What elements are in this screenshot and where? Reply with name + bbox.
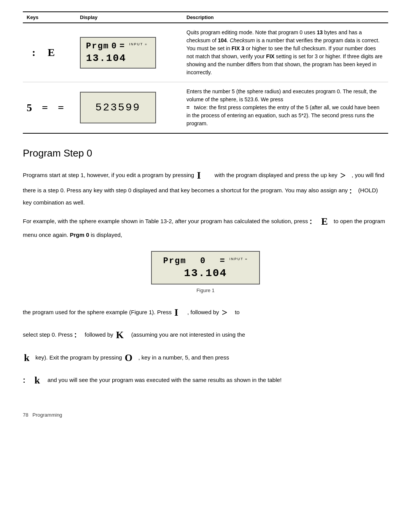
keys-label-2: 5 = = — [27, 102, 65, 113]
col-header-description: Description — [183, 12, 388, 23]
desc-text-2: Enters the number 5 (the sphere radius) … — [186, 88, 384, 128]
figure-prgm: Prgm — [163, 256, 186, 266]
figure-lcd-top: Prgm 0 = INPUT = — [163, 256, 248, 266]
key-E-2: E — [321, 213, 328, 230]
col-header-display: Display — [76, 12, 183, 23]
key-gt-1: > — [340, 167, 346, 184]
key-colon-2: : — [309, 215, 312, 228]
keys-cell-1: : E — [23, 23, 76, 82]
body-paragraph-4: select step 0. Press : followed by K (as… — [23, 326, 388, 344]
body-paragraph-1: Programs start at step 1, however, if yo… — [23, 167, 388, 208]
desc-text-1: Quits program editing mode. Note that pr… — [186, 29, 384, 77]
figure-lcd-bottom: 13.104 — [163, 267, 248, 279]
col-header-keys: Keys — [23, 12, 76, 23]
figure-input-indicator: INPUT = — [229, 257, 248, 261]
body-paragraph-3: the program used for the sphere example … — [23, 304, 388, 321]
body-paragraph-5: k key). Exit the program by pressing O ,… — [23, 349, 388, 367]
figure-lcd: Prgm 0 = INPUT = 13.104 — [151, 251, 260, 284]
section-title: Program Step 0 — [23, 147, 388, 159]
footer: 78 Programming — [23, 412, 388, 418]
figure-caption: Figure 1 — [23, 288, 388, 293]
table-row: : E Prgm 0 = INPUT = 13.104 Quits progra… — [23, 23, 388, 82]
key-O: O — [125, 349, 132, 367]
lcd-prgm-label: Prgm — [86, 42, 109, 51]
lcd-display-1: Prgm 0 = INPUT = 13.104 — [80, 37, 156, 69]
figure-prog-num: 0 — [189, 256, 206, 266]
figure-equals: = — [208, 256, 226, 266]
lcd-program-num: 0 — [112, 42, 117, 51]
key-k-6: k — [35, 372, 40, 389]
key-K: K — [116, 326, 124, 344]
lcd-big-2: 523599 — [86, 96, 150, 119]
footer-page-num: 78 — [23, 412, 28, 418]
main-table: Keys Display Description : E Prgm 0 = IN… — [23, 11, 388, 134]
key-I: I — [197, 167, 201, 184]
desc-cell-1: Quits program editing mode. Note that pr… — [183, 23, 388, 82]
body-paragraph-2: For example, with the sphere example sho… — [23, 213, 388, 240]
key-colon-6: : — [23, 374, 25, 387]
key-I-3: I — [174, 304, 178, 321]
key-colon-4: : — [74, 328, 77, 342]
footer-section: Programming — [32, 412, 62, 418]
body-paragraph-6: : k and you will see the your program wa… — [23, 372, 388, 389]
keys-label-1: : E — [27, 46, 57, 58]
program-step-section: Program Step 0 Programs start at step 1,… — [23, 147, 388, 389]
key-colon-1: : — [349, 184, 352, 198]
lcd-equals: = — [119, 42, 125, 51]
lcd-display-2: 523599 — [80, 92, 156, 123]
display-cell-1: Prgm 0 = INPUT = 13.104 — [76, 23, 183, 82]
key-gt-3: > — [222, 304, 228, 321]
figure-1-wrap: Prgm 0 = INPUT = 13.104 Figure 1 — [23, 251, 388, 293]
display-cell-2: 523599 — [76, 82, 183, 134]
lcd-bottom-row-1: 13.104 — [86, 53, 150, 64]
lcd-top-row-1: Prgm 0 = INPUT = — [86, 42, 150, 51]
key-k-5: k — [24, 349, 29, 367]
keys-cell-2: 5 = = — [23, 82, 76, 134]
lcd-input-indicator: INPUT = — [129, 42, 148, 46]
desc-cell-2: Enters the number 5 (the sphere radius) … — [183, 82, 388, 134]
table-row: 5 = = 523599 Enters the number 5 (the sp… — [23, 82, 388, 134]
